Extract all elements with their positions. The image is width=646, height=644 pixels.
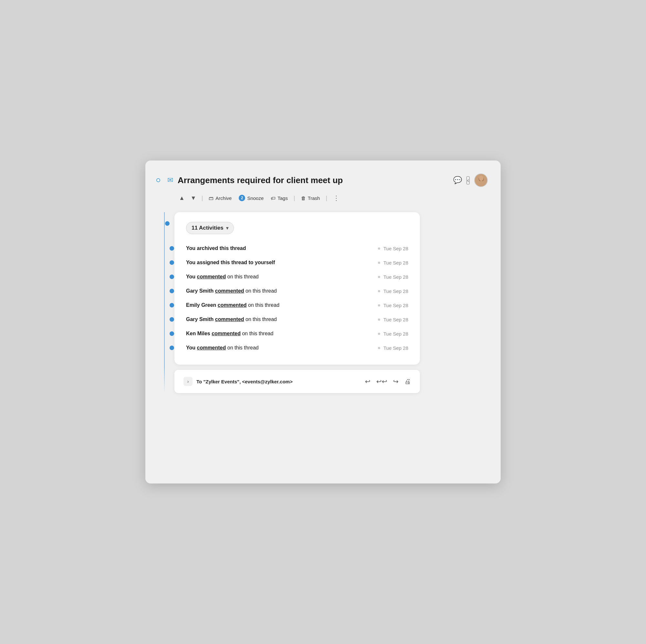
nav-up-button[interactable]: ▲ (177, 194, 187, 203)
activity-dot-container (170, 346, 174, 350)
to-label: To (196, 379, 203, 384)
more-options-button[interactable]: ⋮ (330, 193, 342, 203)
print-button[interactable]: 🖨 (404, 378, 411, 385)
activity-dot (170, 303, 174, 308)
snooze-label: Snooze (247, 195, 263, 201)
activity-separator-dot (378, 304, 380, 307)
reply-icon: ↩ (365, 378, 370, 385)
activity-actor: Emily Green (186, 302, 218, 308)
activity-time: Tue Sep 28 (384, 303, 408, 308)
snooze-icon: 2 (239, 195, 245, 201)
activity-comment-link[interactable]: commented (215, 288, 244, 294)
activity-comment-link[interactable]: commented (197, 274, 226, 280)
activity-dot-container (170, 260, 174, 265)
activity-dot-container (170, 303, 174, 308)
activity-text: You commented on this thread (186, 274, 375, 280)
activity-dot-container (170, 275, 174, 279)
content-area: 11 Activities ▾ You archived this thread… (158, 212, 488, 393)
activity-separator-dot (378, 333, 380, 335)
activity-comment-link[interactable]: commented (218, 302, 247, 308)
activity-actor: Gary Smith (186, 317, 215, 322)
activity-text: Ken Miles commented on this thread (186, 331, 375, 336)
print-icon: 🖨 (404, 378, 411, 385)
forward-icon: ↪ (393, 378, 399, 385)
activity-separator-dot (378, 347, 380, 349)
activity-text: Gary Smith commented on this thread (186, 288, 375, 294)
activities-header: 11 Activities ▾ (186, 222, 408, 234)
activity-action-text: You archived this thread (186, 245, 246, 251)
activity-item: You archived this threadTue Sep 28 (186, 241, 408, 255)
email-preview-card: › To "Zylker Events", <events@zylker.com… (175, 370, 420, 393)
activity-time: Tue Sep 28 (384, 274, 408, 280)
chat-icon: 💬 (453, 176, 462, 185)
sep1: | (200, 195, 204, 202)
sep3: | (324, 195, 328, 202)
activity-comment-link[interactable]: commented (197, 345, 226, 350)
activity-dot (170, 275, 174, 279)
activity-dot (170, 260, 174, 265)
activity-dot-container (170, 289, 174, 293)
activity-text: You archived this thread (186, 245, 375, 251)
activity-actor: You (186, 345, 197, 350)
activity-actor: You (186, 274, 197, 280)
reply-button[interactable]: ↩ (365, 378, 370, 385)
toolbar: ▲ ▼ | 🗃 Archive 2 Snooze 🏷 Tags | 🗑 Tras… (158, 193, 488, 203)
email-to-text: To "Zylker Events", <events@zylker.com> (196, 379, 293, 384)
tags-button[interactable]: 🏷 Tags (268, 194, 290, 203)
forward-button[interactable]: ↪ (393, 378, 399, 385)
email-icon: ✉ (167, 176, 173, 185)
archive-button[interactable]: 🗃 Archive (206, 194, 234, 203)
nav-down-button[interactable]: ▼ (189, 194, 198, 203)
collapse-button[interactable]: ‹ (466, 176, 470, 185)
activity-separator-dot (378, 261, 380, 264)
sep2: | (292, 195, 297, 202)
svg-point-3 (479, 176, 483, 181)
activity-dot (170, 331, 174, 336)
activity-dot (170, 289, 174, 293)
activity-time: Tue Sep 28 (384, 345, 408, 351)
activity-separator-dot (378, 276, 380, 278)
header-right: 💬 ‹ (453, 174, 488, 187)
trash-icon: 🗑 (301, 195, 306, 201)
trash-label: Trash (308, 195, 320, 201)
chevron-right-icon: › (187, 379, 189, 384)
activity-dot-container (170, 246, 174, 251)
activity-time: Tue Sep 28 (384, 289, 408, 294)
activity-item: Gary Smith commented on this threadTue S… (186, 312, 408, 327)
thread-dot (156, 178, 160, 182)
activity-item: You assigned this thread to yourselfTue … (186, 255, 408, 270)
trash-button[interactable]: 🗑 Trash (299, 194, 323, 203)
page-title: Arrangements required for client meet up (178, 175, 343, 185)
activity-time: Tue Sep 28 (384, 260, 408, 265)
recipient-text: "Zylker Events", <events@zylker.com> (203, 379, 293, 384)
tags-icon: 🏷 (271, 195, 276, 201)
activity-item: You commented on this threadTue Sep 28 (186, 270, 408, 284)
activity-time: Tue Sep 28 (384, 317, 408, 322)
chat-button[interactable]: 💬 (453, 176, 462, 185)
activities-dot (165, 221, 170, 226)
archive-icon: 🗃 (209, 195, 214, 201)
activity-item: Ken Miles commented on this threadTue Se… (186, 327, 408, 341)
activity-dot (170, 246, 174, 251)
activity-actor: Ken Miles (186, 331, 212, 336)
snooze-button[interactable]: 2 Snooze (236, 193, 266, 203)
activity-comment-link[interactable]: commented (212, 331, 241, 336)
header: ✉ Arrangements required for client meet … (158, 174, 488, 187)
activities-badge-button[interactable]: 11 Activities ▾ (186, 222, 234, 234)
activity-dot-container (170, 317, 174, 322)
activity-text: You assigned this thread to yourself (186, 260, 375, 265)
expand-email-button[interactable]: › (184, 377, 193, 386)
avatar-svg (475, 174, 487, 187)
chevron-down-icon: ▾ (226, 225, 228, 231)
reply-all-icon: ↩↩ (376, 378, 387, 385)
activities-panel: 11 Activities ▾ You archived this thread… (175, 212, 420, 364)
activity-time: Tue Sep 28 (384, 331, 408, 336)
activity-text: Gary Smith commented on this thread (186, 317, 375, 322)
activity-action-text: You assigned this thread to yourself (186, 260, 275, 265)
reply-all-button[interactable]: ↩↩ (376, 378, 387, 385)
activity-comment-link[interactable]: commented (215, 317, 244, 322)
activity-list: You archived this threadTue Sep 28You as… (186, 241, 408, 355)
avatar-face (475, 174, 487, 187)
activity-item: You commented on this threadTue Sep 28 (186, 341, 408, 355)
activity-dot (170, 317, 174, 322)
